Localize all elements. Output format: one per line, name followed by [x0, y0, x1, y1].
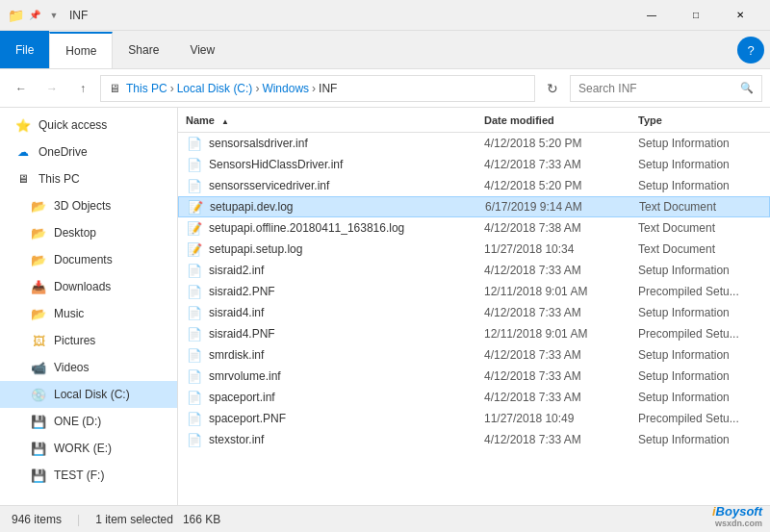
col-header-type[interactable]: Type	[638, 114, 762, 126]
sidebar-item-downloads[interactable]: 📥 Downloads	[0, 273, 177, 300]
back-button[interactable]: ←	[8, 75, 35, 102]
table-row[interactable]: 📄 spaceport.inf 4/12/2018 7:33 AM Setup …	[178, 387, 770, 408]
sidebar-item-quickaccess[interactable]: ⭐ Quick access	[0, 112, 177, 139]
inf-file-icon: 📄	[186, 156, 203, 173]
file-name: spaceport.inf	[209, 391, 484, 404]
file-type: Precompiled Setu...	[638, 327, 762, 341]
file-date: 4/12/2018 7:33 AM	[484, 158, 638, 171]
sidebar-item-drive-e[interactable]: 💾 WORK (E:)	[0, 435, 177, 462]
search-input[interactable]	[578, 82, 740, 95]
file-area: Name ▲ Date modified Type 📄 sensorsalsdr…	[178, 108, 770, 505]
sidebar-item-label: OneDrive	[38, 145, 88, 159]
file-type: Setup Information	[638, 369, 762, 383]
table-row[interactable]: 📄 sisraid4.inf 4/12/2018 7:33 AM Setup I…	[178, 302, 770, 323]
sidebar-item-3dobjects[interactable]: 📂 3D Objects	[0, 192, 177, 219]
tab-share[interactable]: Share	[113, 31, 174, 68]
sidebar-item-drive-f[interactable]: 💾 TEST (F:)	[0, 462, 177, 489]
sidebar-item-label: Videos	[54, 361, 89, 374]
file-type: Text Document	[638, 242, 762, 256]
table-row[interactable]: 📄 smrdisk.inf 4/12/2018 7:33 AM Setup In…	[178, 344, 770, 366]
table-row[interactable]: 📄 sensorsservicedriver.inf 4/12/2018 5:2…	[178, 175, 770, 196]
sidebar-item-label: Local Disk (C:)	[54, 388, 130, 401]
sidebar-item-videos[interactable]: 📹 Videos	[0, 354, 177, 381]
sidebar-item-music[interactable]: 📂 Music	[0, 300, 177, 327]
table-row[interactable]: 📄 sensorsalsdriver.inf 4/12/2018 5:20 PM…	[178, 133, 770, 154]
refresh-button[interactable]: ↻	[539, 75, 566, 102]
maximize-button[interactable]: □	[674, 0, 718, 31]
file-date: 6/17/2019 9:14 AM	[485, 200, 639, 214]
watermark: iBoysoft wsxdn.com	[712, 504, 762, 528]
title-icons: 📁 📌 ▼	[8, 8, 62, 23]
drive-f-icon: 💾	[31, 468, 46, 483]
address-bar: ← → ↑ 🖥 This PC › Local Disk (C:) › Wind…	[0, 69, 770, 108]
search-box[interactable]: 🔍	[570, 75, 762, 102]
file-date: 4/12/2018 7:33 AM	[484, 369, 638, 383]
pnf-file-icon: 📄	[186, 283, 203, 300]
sidebar-item-label: TEST (F:)	[54, 469, 104, 482]
main-layout: ⭐ Quick access ☁ OneDrive 🖥 This PC 📂 3D…	[0, 108, 770, 505]
file-type: Setup Information	[638, 137, 762, 150]
table-row[interactable]: 📄 stexstor.inf 4/12/2018 7:33 AM Setup I…	[178, 429, 770, 450]
file-date: 4/12/2018 7:33 AM	[484, 264, 638, 277]
title-dropdown[interactable]: ▼	[46, 8, 62, 23]
sidebar-item-pictures[interactable]: 🖼 Pictures	[0, 327, 177, 354]
path-windows[interactable]: Windows	[262, 82, 309, 95]
tab-home[interactable]: Home	[49, 32, 113, 68]
sidebar-item-drive-d[interactable]: 💾 ONE (D:)	[0, 408, 177, 435]
file-type: Text Document	[639, 200, 761, 214]
file-date: 4/12/2018 7:33 AM	[484, 433, 638, 446]
file-name: sensorsalsdriver.inf	[209, 137, 484, 150]
table-row[interactable]: 📝 setupapi.offline.20180411_163816.log 4…	[178, 217, 770, 239]
status-count: 946 items	[12, 513, 62, 526]
path-localdisk[interactable]: Local Disk (C:)	[177, 82, 253, 95]
col-header-date[interactable]: Date modified	[484, 114, 638, 126]
file-date: 4/12/2018 5:20 PM	[484, 179, 638, 192]
title-icon-pin[interactable]: 📌	[27, 8, 42, 23]
close-button[interactable]: ✕	[718, 0, 762, 31]
search-icon: 🔍	[740, 82, 754, 94]
up-button[interactable]: ↑	[69, 75, 96, 102]
tab-file[interactable]: File	[0, 31, 49, 68]
sidebar-item-label: Downloads	[54, 280, 111, 293]
help-button[interactable]: ?	[737, 37, 764, 63]
sidebar-item-desktop[interactable]: 📂 Desktop	[0, 219, 177, 246]
table-row[interactable]: 📄 sisraid2.inf 4/12/2018 7:33 AM Setup I…	[178, 260, 770, 281]
forward-button[interactable]: →	[38, 75, 65, 102]
sidebar-item-label: Pictures	[54, 334, 95, 347]
txt-file-icon: 📝	[186, 241, 203, 258]
inf-file-icon: 📄	[186, 177, 203, 194]
table-row[interactable]: 📄 smrvolume.inf 4/12/2018 7:33 AM Setup …	[178, 366, 770, 387]
table-row[interactable]: 📄 SensorsHidClassDriver.inf 4/12/2018 7:…	[178, 154, 770, 175]
inf-file-icon: 📄	[186, 431, 203, 448]
pictures-folder-icon: 🖼	[31, 333, 46, 348]
file-name: sisraid4.inf	[209, 306, 484, 319]
title-icon-1[interactable]: 📁	[8, 8, 23, 23]
file-list[interactable]: 📄 sensorsalsdriver.inf 4/12/2018 5:20 PM…	[178, 133, 770, 505]
table-row[interactable]: 📄 sisraid4.PNF 12/11/2018 9:01 AM Precom…	[178, 323, 770, 344]
menu-bar: File Home Share View ?	[0, 31, 770, 69]
file-type: Setup Information	[638, 158, 762, 171]
status-selected: 1 item selected 166 KB	[95, 513, 220, 526]
sidebar-item-localdisk-c[interactable]: 💿 Local Disk (C:)	[0, 381, 177, 408]
inf-file-icon: 📄	[186, 367, 203, 385]
file-name: sisraid4.PNF	[209, 327, 484, 341]
file-date: 12/11/2018 9:01 AM	[484, 327, 638, 341]
sidebar-item-thispc[interactable]: 🖥 This PC	[0, 165, 177, 192]
col-header-name[interactable]: Name ▲	[186, 114, 484, 126]
sidebar-item-onedrive[interactable]: ☁ OneDrive	[0, 139, 177, 165]
path-inf: INF	[319, 82, 337, 95]
table-row[interactable]: 📝 setupapi.setup.log 11/27/2018 10:34 Te…	[178, 239, 770, 260]
table-row[interactable]: 📄 spaceport.PNF 11/27/2018 10:49 Precomp…	[178, 408, 770, 429]
minimize-button[interactable]: —	[629, 0, 674, 31]
drive-d-icon: 💾	[31, 414, 46, 429]
drive-c-icon: 💿	[31, 387, 46, 402]
address-path[interactable]: 🖥 This PC › Local Disk (C:) › Windows › …	[100, 75, 535, 102]
file-name: stexstor.inf	[209, 433, 484, 446]
tab-view[interactable]: View	[174, 31, 230, 68]
drive-e-icon: 💾	[31, 441, 46, 456]
sidebar-item-documents[interactable]: 📂 Documents	[0, 246, 177, 273]
title-bar: 📁 📌 ▼ INF — □ ✕	[0, 0, 770, 31]
path-thispc[interactable]: This PC	[126, 82, 167, 95]
table-row[interactable]: 📝 setupapi.dev.log 6/17/2019 9:14 AM Tex…	[178, 196, 770, 217]
table-row[interactable]: 📄 sisraid2.PNF 12/11/2018 9:01 AM Precom…	[178, 281, 770, 302]
